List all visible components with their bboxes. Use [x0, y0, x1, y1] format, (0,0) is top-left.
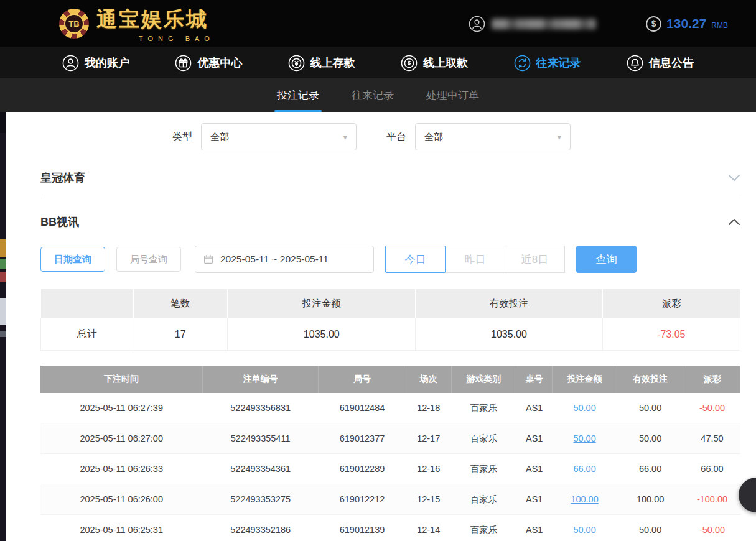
nav-item-my-account[interactable]: 我的账户	[62, 55, 129, 72]
nav-item-transaction-records[interactable]: 往来记录	[514, 55, 581, 72]
tab-label: 往来记录	[352, 88, 394, 103]
tab-processing-orders[interactable]: 处理中订单	[424, 78, 482, 112]
cell-session: 12-18	[406, 393, 451, 423]
cell-payout: -50.00	[684, 515, 740, 541]
cell-round-number: 619012139	[319, 515, 406, 541]
records-header-row: 下注时间 注单编号 局号 场次 游戏类别 桌号 投注金额 有效投注 派彩	[40, 366, 740, 393]
balance-display[interactable]: $ 130.27 RMB	[646, 16, 728, 32]
cell-bet-amount-link[interactable]: 50.00	[553, 423, 617, 454]
cell-bet-amount-link[interactable]: 50.00	[553, 393, 617, 423]
summary-count: 17	[133, 318, 228, 351]
nav-item-promotions[interactable]: 优惠中心	[175, 55, 242, 72]
cell-valid-bet: 50.00	[617, 393, 684, 423]
chevron-down-icon: ▾	[557, 132, 561, 142]
section-bb-video[interactable]: BB视讯	[40, 198, 740, 242]
summary-header-valid-bet: 有效投注	[416, 289, 602, 318]
casino-chip-icon: TB	[59, 9, 89, 39]
records-tbody: 2025-05-11 06:27:39 522493356831 6190124…	[40, 393, 740, 541]
summary-valid-bet: 1035.00	[416, 318, 602, 351]
summary-payout: -73.05	[602, 318, 740, 351]
table-row: 2025-05-11 06:25:31 522493352186 6190121…	[40, 515, 740, 541]
cell-table-number: AS1	[516, 423, 553, 454]
summary-total-label: 总计	[41, 318, 133, 351]
cell-bet-amount-link[interactable]: 50.00	[553, 515, 617, 541]
platform-filter-select[interactable]: 全部 ▾	[415, 123, 571, 150]
last-8-days-button[interactable]: 近8日	[505, 246, 565, 273]
background-page-sliver	[0, 112, 6, 541]
cell-bet-amount-link[interactable]: 100.00	[553, 484, 617, 515]
section-title: 皇冠体育	[40, 170, 85, 185]
search-button[interactable]: 查询	[576, 246, 637, 273]
summary-header-bet-amount: 投注金额	[228, 289, 416, 318]
nav-label: 线上存款	[310, 55, 355, 70]
site-logo[interactable]: TB 通宝娱乐城 TONG BAO	[59, 6, 215, 42]
nav-item-online-deposit[interactable]: 线上存款	[288, 55, 355, 72]
sub-tab-bar: 投注记录 往来记录 处理中订单	[0, 78, 756, 112]
transfer-records-icon	[514, 55, 531, 72]
withdraw-coin-icon	[401, 55, 418, 72]
tab-bet-records[interactable]: 投注记录	[274, 78, 322, 112]
cell-bet-time: 2025-05-11 06:26:33	[40, 454, 202, 484]
cell-bet-id: 522493353275	[202, 484, 318, 515]
cell-session: 12-17	[406, 423, 451, 454]
cell-bet-id: 522493354361	[202, 454, 318, 484]
nav-item-online-withdrawal[interactable]: 线上取款	[401, 55, 468, 72]
user-icon	[62, 55, 79, 72]
balance-currency: RMB	[711, 21, 728, 30]
cell-bet-time: 2025-05-11 06:26:00	[40, 484, 202, 515]
account-info[interactable]	[469, 16, 596, 32]
platform-filter-value: 全部	[424, 131, 443, 143]
cell-table-number: AS1	[516, 454, 553, 484]
main-nav: 我的账户 优惠中心 线上存款 线上取款 往来记录 信息公告	[0, 47, 756, 78]
table-row: 2025-05-11 06:27:00 522493355411 6190123…	[40, 423, 740, 454]
sliver-fragment	[0, 239, 6, 257]
top-header: TB 通宝娱乐城 TONG BAO $ 130.27 RMB	[0, 0, 756, 47]
coin-icon: $	[646, 16, 661, 32]
cell-payout: -50.00	[684, 393, 740, 423]
sliver-fragment	[0, 272, 6, 282]
cell-round-number: 619012289	[319, 454, 406, 484]
section-title: BB视讯	[40, 215, 79, 229]
cell-game-type: 百家乐	[451, 484, 516, 515]
yesterday-button[interactable]: 昨日	[445, 246, 505, 273]
tab-label: 投注记录	[277, 88, 319, 103]
cell-table-number: AS1	[516, 393, 553, 423]
type-filter-select[interactable]: 全部 ▾	[201, 123, 357, 150]
cell-bet-time: 2025-05-11 06:27:00	[40, 423, 202, 454]
cell-table-number: AS1	[516, 484, 553, 515]
cell-session: 12-15	[406, 484, 451, 515]
sliver-fragment	[0, 331, 6, 337]
cell-session: 12-16	[406, 454, 451, 484]
header-game-type: 游戏类别	[451, 366, 516, 393]
gift-icon	[175, 55, 192, 72]
cell-valid-bet: 66.00	[617, 454, 684, 484]
cell-bet-id: 522493352186	[202, 515, 318, 541]
today-button[interactable]: 今日	[385, 246, 446, 273]
quick-range-group: 今日 昨日 近8日	[385, 246, 565, 273]
cell-bet-id: 522493356831	[202, 393, 318, 423]
summary-row: 总计 17 1035.00 1035.00 -73.05	[41, 318, 740, 351]
cell-game-type: 百家乐	[451, 393, 516, 423]
page: TB 通宝娱乐城 TONG BAO $ 130.27 RMB 我的账户	[0, 0, 756, 541]
logo-text: 通宝娱乐城 TONG BAO	[96, 6, 215, 42]
summary-table: 笔数 投注金额 有效投注 派彩 总计 17 1035.00 1035.00 -7…	[40, 289, 740, 351]
round-query-button[interactable]: 局号查询	[116, 247, 181, 272]
cell-payout: 47.50	[684, 423, 740, 454]
logo-title: 通宝娱乐城	[96, 6, 215, 34]
chip-badge: TB	[64, 14, 84, 34]
type-filter-label: 类型	[172, 131, 192, 144]
cell-session: 12-14	[406, 515, 451, 541]
nav-item-announcements[interactable]: 信息公告	[627, 55, 694, 72]
header-bet-amount: 投注金额	[553, 366, 617, 393]
query-bar: 日期查询 局号查询 2025-05-11 ~ 2025-05-11 今日 昨日 …	[40, 246, 740, 273]
section-crown-sports[interactable]: 皇冠体育	[40, 154, 740, 198]
platform-filter-label: 平台	[386, 131, 406, 144]
date-range-input[interactable]: 2025-05-11 ~ 2025-05-11	[195, 246, 374, 273]
cell-round-number: 619012484	[319, 393, 406, 423]
date-query-button[interactable]: 日期查询	[40, 247, 105, 272]
table-row: 2025-05-11 06:26:33 522493354361 6190122…	[40, 454, 740, 484]
cell-bet-amount-link[interactable]: 66.00	[553, 454, 617, 484]
cell-valid-bet: 50.00	[617, 515, 684, 541]
tab-transaction-records[interactable]: 往来记录	[349, 78, 396, 112]
header-table-number: 桌号	[516, 366, 553, 393]
